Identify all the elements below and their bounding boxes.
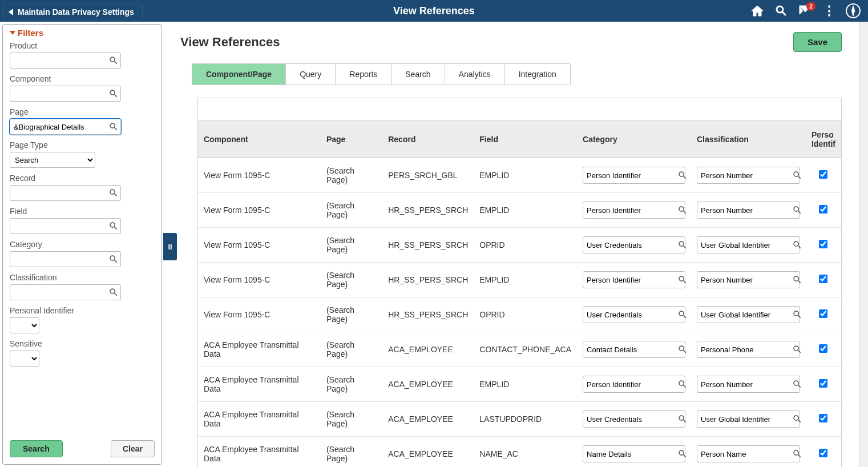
page-type-select[interactable]: Search <box>10 152 95 168</box>
header-icons: 2 ⋮ <box>750 4 868 18</box>
classification-input[interactable] <box>697 236 800 253</box>
category-input[interactable] <box>583 202 685 219</box>
component-cell: View Form 1095-C <box>198 193 321 228</box>
classification-input[interactable] <box>697 167 800 184</box>
category-input[interactable] <box>583 236 685 253</box>
save-button[interactable]: Save <box>793 32 842 52</box>
column-header[interactable]: Component <box>198 121 321 158</box>
classification-cell <box>691 228 806 263</box>
tab-reports[interactable]: Reports <box>336 64 391 84</box>
category-input[interactable] <box>583 376 685 393</box>
tab-component-page[interactable]: Component/Page <box>192 64 286 84</box>
notifications-icon[interactable]: 2 <box>798 4 812 18</box>
product-lookup-icon[interactable] <box>108 55 119 66</box>
category-lookup-icon[interactable] <box>677 414 688 424</box>
personal-identifier-checkbox[interactable] <box>819 205 827 214</box>
classification-lookup-icon[interactable] <box>792 205 802 215</box>
column-header[interactable]: Category <box>577 121 691 158</box>
category-lookup-icon[interactable] <box>677 275 688 285</box>
personal-identifier-checkbox[interactable] <box>819 240 827 248</box>
vertical-scrollbar[interactable] <box>859 22 868 467</box>
personal-identifier-checkbox[interactable] <box>819 379 827 388</box>
category-lookup-icon[interactable] <box>677 449 688 459</box>
clear-button[interactable]: Clear <box>111 440 155 457</box>
column-header[interactable]: Page <box>321 121 382 158</box>
classification-lookup-icon[interactable] <box>792 309 802 320</box>
tab-analytics[interactable]: Analytics <box>445 64 505 84</box>
classification-input[interactable] <box>697 410 800 428</box>
record-cell: HR_SS_PERS_SRCH <box>382 297 474 332</box>
classification-cell <box>691 367 806 402</box>
tab-integration[interactable]: Integration <box>505 64 571 84</box>
column-header[interactable]: PersoIdentif <box>806 121 841 158</box>
category-input[interactable] <box>583 445 685 462</box>
personal-identifier-cell <box>806 228 841 263</box>
category-input[interactable] <box>10 251 121 267</box>
field-cell: EMPLID <box>474 367 577 402</box>
component-input[interactable] <box>10 86 121 102</box>
classification-lookup-icon[interactable] <box>792 344 802 355</box>
classification-lookup-icon[interactable] <box>792 275 802 285</box>
field-lookup-icon[interactable] <box>108 221 119 231</box>
category-input[interactable] <box>583 271 685 288</box>
classification-input[interactable] <box>697 376 800 393</box>
classification-input[interactable] <box>10 284 121 300</box>
classification-lookup-icon[interactable] <box>792 170 802 180</box>
classification-input[interactable] <box>697 306 800 323</box>
classification-lookup-icon[interactable] <box>792 414 802 424</box>
category-input[interactable] <box>583 167 685 184</box>
product-input[interactable] <box>10 53 121 69</box>
category-lookup-icon[interactable] <box>677 170 688 180</box>
personal-identifier-checkbox[interactable] <box>819 309 827 318</box>
classification-input[interactable] <box>697 445 800 462</box>
column-header[interactable]: Classification <box>691 121 806 158</box>
personal-identifier-select[interactable] <box>10 317 39 333</box>
category-lookup-icon[interactable] <box>677 240 688 250</box>
category-lookup-icon[interactable] <box>677 379 688 389</box>
page-lookup-icon[interactable] <box>108 122 119 132</box>
sidebar-collapse-handle[interactable]: II <box>163 233 177 260</box>
personal-identifier-checkbox[interactable] <box>819 170 827 179</box>
category-lookup-icon[interactable] <box>108 254 119 264</box>
navbar-compass-icon[interactable] <box>846 4 860 18</box>
search-button[interactable]: Search <box>10 440 63 457</box>
category-lookup-icon[interactable] <box>677 205 688 215</box>
classification-cell <box>691 332 806 367</box>
category-lookup-icon[interactable] <box>677 309 688 320</box>
personal-identifier-cell <box>806 263 841 297</box>
personal-identifier-checkbox[interactable] <box>819 449 827 457</box>
category-input[interactable] <box>583 410 685 428</box>
record-lookup-icon[interactable] <box>108 188 119 198</box>
page-cell: (Search Page) <box>321 228 382 263</box>
classification-lookup-icon[interactable] <box>792 379 802 389</box>
home-icon[interactable] <box>750 4 764 18</box>
classification-lookup-icon[interactable] <box>792 449 802 459</box>
page-cell: (Search Page) <box>321 402 382 437</box>
actions-menu-icon[interactable]: ⋮ <box>822 4 836 18</box>
page-input[interactable] <box>10 119 121 135</box>
tab-query[interactable]: Query <box>286 64 336 84</box>
classification-input[interactable] <box>697 202 800 219</box>
column-header[interactable]: Field <box>474 121 577 158</box>
component-lookup-icon[interactable] <box>108 88 119 99</box>
column-header[interactable]: Record <box>382 121 474 158</box>
field-input[interactable] <box>10 218 121 234</box>
sensitive-select[interactable] <box>10 351 39 367</box>
record-input[interactable] <box>10 185 121 201</box>
classification-lookup-icon[interactable] <box>792 240 802 250</box>
classification-lookup-icon[interactable] <box>108 287 119 297</box>
back-button[interactable]: Maintain Data Privacy Settings <box>3 5 143 19</box>
field-cell: CONTACT_PHONE_ACA <box>474 332 577 367</box>
filters-header[interactable]: Filters <box>10 28 155 38</box>
personal-identifier-checkbox[interactable] <box>819 275 827 283</box>
personal-identifier-checkbox[interactable] <box>819 344 827 353</box>
classification-input[interactable] <box>697 271 800 288</box>
category-lookup-icon[interactable] <box>677 344 688 355</box>
tab-search[interactable]: Search <box>391 64 445 84</box>
classification-input[interactable] <box>697 341 800 358</box>
category-cell <box>577 297 691 332</box>
personal-identifier-checkbox[interactable] <box>819 414 827 422</box>
category-input[interactable] <box>583 306 685 323</box>
search-icon[interactable] <box>774 4 788 18</box>
category-input[interactable] <box>583 341 685 358</box>
